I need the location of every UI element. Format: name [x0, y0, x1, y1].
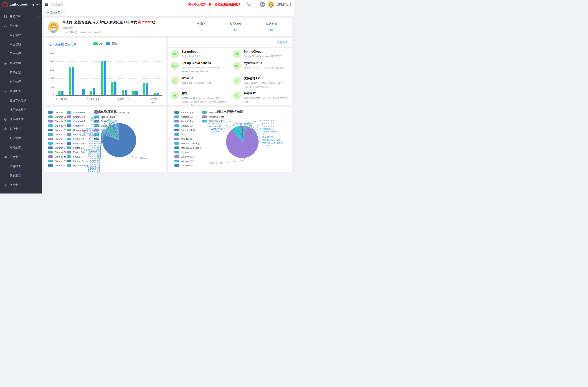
star-link[interactable]: 点个star: [138, 20, 151, 24]
sidebar-subitem[interactable]: 地区信息维护: [0, 105, 42, 114]
tech-card-desc: Mybatis-plus 3.2.0：Mybatis 增强组件: [244, 66, 284, 70]
tech-card-desc: Spring Boot 2.1.2: [181, 54, 200, 58]
pie-label-line: [223, 121, 242, 126]
sidebar-subitem-label: 组织管理: [10, 34, 21, 37]
pies-row: ChromeChrome 26Chrome 47Chrome 49Chrome …: [44, 107, 292, 172]
os-pie-card: Android 1.xAndroid 6.xAndroid 7.xAndroid…: [168, 107, 292, 172]
top-header: 系统主页 演示环境维护不易，请勿乱删乱改数据！ A文 超级管理员: [42, 0, 294, 9]
logo[interactable]: Z zuihou-admin cloud: [0, 0, 42, 9]
sidebar-subitem[interactable]: 用户管理: [0, 49, 42, 58]
sidebar-subitem[interactable]: 菜单配置: [0, 68, 42, 77]
tech-card-desc: 封装文件接口，实现本地存储、阿里云、FastDFS存储的配置化: [244, 81, 289, 89]
legend-item[interactable]: 总数: [105, 42, 117, 45]
bar: [146, 83, 148, 95]
x-axis-label: 2019-12-04: [86, 98, 99, 100]
bar: [132, 91, 135, 95]
tech-card-title: 文件存储API: [244, 77, 289, 81]
sidebar-subitem[interactable]: 岗位管理: [0, 40, 42, 49]
sidebar-subitem[interactable]: 组织管理: [0, 31, 42, 40]
greeting-title: 早上好, 超级管理员, 今天帮别人解决问题了吗 帮我 点个star 吧~: [63, 20, 157, 24]
bar: [143, 83, 145, 95]
tech-avatar: MP: [233, 61, 241, 70]
pie-slice-label: Windows 8.1: [209, 125, 223, 127]
tech-card-item: M监控集成SpringBootAdmin、Zipkin、Redis、Mysql、…: [168, 89, 230, 105]
tech-card-desc: Spring Cloud Greenwich.RELEASE: [244, 54, 282, 58]
menu-fold-icon[interactable]: [45, 2, 48, 6]
translate-icon[interactable]: A文: [260, 2, 265, 7]
sidebar-item[interactable]: 基础配置: [0, 86, 42, 96]
sidebar-item[interactable]: 短信中心: [0, 124, 42, 134]
pie-label-line: [223, 158, 245, 163]
user-avatar[interactable]: [268, 1, 274, 8]
greeting-avatar: [48, 21, 59, 33]
sidebar-subitem[interactable]: 角色管理: [0, 77, 42, 86]
app-title: zuihou-admin: [10, 2, 34, 6]
sidebar-subitem[interactable]: 消息推送: [0, 162, 42, 171]
sms-icon: [4, 127, 7, 131]
greeting-text: 早上好, 超级管理员, 今天帮别人解决问题了吗 帮我 点个star 吧~ 疯狂加…: [63, 20, 157, 34]
chevron-down-icon: [37, 25, 39, 27]
tech-avatar: SB: [171, 50, 179, 58]
browser-pie-card: ChromeChrome 26Chrome 47Chrome 49Chrome …: [44, 107, 166, 172]
x-axis-tick: [119, 95, 119, 96]
sidebar-item[interactable]: 文件中心: [0, 180, 42, 190]
sidebar-subitem[interactable]: 我的消息: [0, 171, 42, 180]
logo-icon: Z: [2, 1, 8, 7]
pie-slice-label: Mac OS X (iPhone): [262, 141, 283, 144]
sidebar-subitem[interactable]: 短信管理: [0, 134, 42, 143]
bar: [82, 89, 85, 95]
pie-slice-label: Windows 8: [211, 127, 223, 130]
x-axis-tick: [56, 95, 56, 96]
breadcrumb[interactable]: 系统主页: [52, 3, 63, 6]
sidebar-item[interactable]: 权限管理: [0, 58, 42, 68]
sidebar-item-label: 开发者管理: [10, 118, 24, 121]
sidebar-item[interactable]: 开发者管理: [0, 114, 42, 124]
pie-slice-label: Android 7.x: [262, 125, 274, 127]
greeting-card: 早上好, 超级管理员, 今天帮别人解决问题了吗 帮我 点个star 吧~ 疯狂加…: [44, 18, 292, 36]
x-axis-tick: [87, 95, 87, 96]
bar: [114, 81, 116, 95]
bar: [111, 82, 113, 95]
sidebar-item-label: 短信中心: [10, 127, 21, 131]
bar: [135, 91, 138, 95]
visits-bar-chart-card: 近十天系统访问记录您总数0501001502002502019-12-01201…: [44, 38, 166, 105]
pie-label-line: [244, 123, 261, 126]
legend-item[interactable]: 您: [93, 42, 102, 45]
tab-home[interactable]: 系统主页: [42, 9, 65, 16]
demo-warning-text: 演示环境维护不易，请勿乱删乱改数据！: [188, 2, 241, 6]
tech-card-item: MPMybatis-PlusMybatis-plus 3.2.0：Mybatis…: [230, 59, 292, 74]
sidebar-subitem[interactable]: 数据字典维护: [0, 96, 42, 105]
header-actions: 演示环境维护不易，请勿乱删乱改数据！ A文 超级管理员: [188, 1, 291, 8]
learn-more-link[interactable]: 了解更多: [277, 41, 288, 44]
pie-slice-label: Chrome 54: [88, 172, 99, 172]
sidebar-subitem-label: 菜单配置: [10, 71, 21, 74]
tech-card-item: SBSpringBootSpring Boot 2.1.2: [168, 47, 230, 59]
sidebar-item[interactable]: 用户中心: [0, 21, 42, 31]
bar-group: [66, 53, 77, 95]
message-icon: [4, 155, 7, 159]
tech-card-title: SpringBoot: [181, 50, 200, 53]
bar-group: [56, 53, 66, 95]
stat-block: 总访问量2,029: [266, 22, 277, 32]
bar: [58, 91, 61, 95]
pie-slice-label: Linux: [262, 133, 268, 136]
tech-avatar: C: [233, 91, 241, 100]
tab-active-dot: [47, 12, 49, 13]
sidebar-subitem[interactable]: 账号配置: [0, 143, 42, 152]
bar: [90, 91, 92, 95]
x-axis-line: [56, 95, 162, 96]
bar-group: [130, 53, 140, 95]
sidebar-item[interactable]: 消息中心: [0, 152, 42, 162]
tech-card-item: F文件存储API封装文件接口，实现本地存储、阿里云、FastDFS存储的配置化: [230, 74, 292, 89]
y-axis-label: 150: [46, 68, 54, 71]
search-icon[interactable]: [247, 2, 251, 6]
pie-slice-label: Windows 10: [210, 162, 223, 164]
legend-swatch: [105, 42, 110, 45]
username-label[interactable]: 超级管理员: [277, 3, 291, 6]
bar: [154, 93, 156, 95]
pie-slice-label: Chrome: [140, 157, 147, 160]
notebook-icon: [4, 15, 7, 18]
sidebar-item[interactable]: 务必详看: [0, 11, 42, 21]
fullscreen-icon[interactable]: [253, 2, 257, 6]
pie-slice-label: Windows Vista: [207, 122, 223, 125]
